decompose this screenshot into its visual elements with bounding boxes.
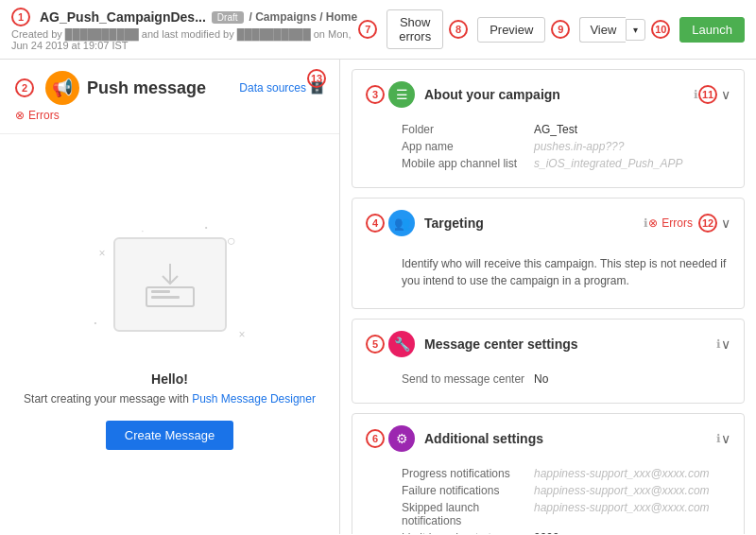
message-center-title: Message center settings (424, 337, 713, 352)
limit-launch-label: Limit launch rate to (402, 531, 534, 534)
data-sources-label: Data sources (239, 81, 306, 95)
app-name-value: pushes.in-app??? (534, 140, 624, 153)
page-title: AG_Push_CampaignDes... (40, 9, 206, 25)
message-center-chevron[interactable]: ∨ (721, 337, 730, 352)
header-actions: 7 Show errors 8 Preview 9 View ▾ 10 Laun… (358, 9, 745, 49)
folder-value: AG_Test (534, 123, 577, 136)
send-to-mc-row: Send to message center No (402, 372, 730, 386)
hello-text: Hello! (151, 371, 188, 387)
failure-notif-row: Failure notifications happiness-support_… (402, 484, 730, 497)
push-icon: 📢 (45, 71, 79, 105)
svg-rect-1 (151, 290, 170, 293)
targeting-body: Identify who will receive this campaign.… (352, 248, 744, 308)
view-split-button[interactable]: View ▾ (579, 17, 645, 43)
device-screen-container (113, 237, 227, 332)
annotation-11: 11 (698, 85, 717, 104)
annotation-4: 4 (366, 214, 385, 233)
push-designer-link[interactable]: Push Message Designer (192, 392, 316, 406)
additional-settings-title: Additional settings (424, 431, 713, 446)
additional-settings-header[interactable]: 6 ⚙ Additional settings ℹ ∨ (352, 414, 744, 463)
limit-launch-row: Limit launch rate to 9999 (402, 531, 730, 534)
left-panel: 2 📢 Push message Data sources 🗄️ ⊗ Error… (0, 60, 340, 534)
annotation-10: 10 (651, 20, 670, 39)
skipped-notif-value: happiness-support_xxx@xxxx.com (534, 501, 710, 527)
about-body: Folder AG_Test App name pushes.in-app???… (352, 119, 744, 187)
error-circle-icon: ⊗ (15, 109, 25, 122)
channel-row: Mobile app channel list s_iOS_integrated… (402, 157, 730, 170)
svg-rect-2 (151, 296, 180, 299)
targeting-error-icon: ⊗ (648, 216, 658, 230)
channel-label: Mobile app channel list (402, 157, 534, 170)
annotation-5: 5 (366, 335, 385, 354)
annotation-9: 9 (551, 20, 570, 39)
annotation-8: 8 (449, 20, 468, 39)
annotation-6: 6 (366, 429, 385, 448)
push-message-label: Push message (87, 78, 206, 98)
targeting-errors-label: Errors (662, 216, 693, 230)
decor-x-1: × (99, 247, 106, 260)
about-chevron[interactable]: ∨ (721, 87, 730, 102)
decor-dot-3: • (94, 319, 97, 327)
additional-settings-chevron[interactable]: ∨ (721, 431, 730, 446)
breadcrumb: / Campaigns / Home (249, 10, 358, 24)
annotation-7: 7 (358, 20, 377, 39)
create-message-button[interactable]: Create Message (106, 421, 233, 450)
progress-notif-value: happiness-support_xxx@xxxx.com (534, 467, 710, 480)
app-name-row: App name pushes.in-app??? (402, 140, 730, 153)
page-header: 1 AG_Push_CampaignDes... Draft / Campaig… (0, 0, 756, 60)
targeting-icon: 👥 (388, 210, 415, 236)
download-icon (142, 259, 198, 311)
annotation-2: 2 (15, 78, 34, 97)
app-name-label: App name (402, 140, 534, 153)
send-to-mc-label: Send to message center (402, 372, 534, 386)
send-to-mc-value: No (534, 372, 548, 386)
targeting-errors: ⊗ Errors (648, 216, 693, 230)
failure-notif-label: Failure notifications (402, 484, 534, 497)
message-center-body: Send to message center No (352, 369, 744, 403)
annotation-13: 13 (307, 69, 326, 88)
message-center-icon: 🔧 (388, 331, 415, 357)
skipped-notif-row: Skipped launch notifications happiness-s… (402, 501, 730, 527)
decor-circle-1: ○ (227, 233, 236, 250)
targeting-desc: Identify who will receive this campaign.… (402, 251, 730, 295)
main-layout: 2 📢 Push message Data sources 🗄️ ⊗ Error… (0, 60, 756, 534)
limit-launch-value: 9999 (534, 531, 559, 534)
left-panel-content: · ○ × × • • Hello! Start c (0, 134, 339, 534)
additional-settings-section: 6 ⚙ Additional settings ℹ ∨ Progress not… (352, 413, 745, 534)
message-center-section: 5 🔧 Message center settings ℹ ∨ Send to … (352, 319, 745, 404)
show-errors-button[interactable]: Show errors (387, 9, 443, 49)
additional-settings-body: Progress notifications happiness-support… (352, 463, 744, 534)
about-title: About your campaign (424, 87, 690, 102)
targeting-chevron[interactable]: ∨ (721, 216, 730, 231)
failure-notif-value: happiness-support_xxx@xxxx.com (534, 484, 710, 497)
device-illustration: · ○ × × • • (85, 218, 255, 360)
header-left: 1 AG_Push_CampaignDes... Draft / Campaig… (11, 8, 358, 51)
launch-button[interactable]: Launch (679, 17, 745, 43)
annotation-12: 12 (698, 214, 717, 233)
view-button-main[interactable]: View (579, 17, 626, 43)
message-center-header[interactable]: 5 🔧 Message center settings ℹ ∨ (352, 319, 744, 369)
preview-button[interactable]: Preview (477, 17, 545, 43)
annotation-3: 3 (366, 85, 385, 104)
additional-settings-icon: ⚙ (388, 425, 415, 452)
about-campaign-header[interactable]: 3 ☰ About your campaign ℹ 11 ∨ (352, 70, 744, 119)
right-panel: 3 ☰ About your campaign ℹ 11 ∨ Folder AG… (340, 60, 756, 534)
start-text: Start creating your message with Push Me… (24, 392, 316, 406)
errors-badge: ⊗ Errors (15, 109, 324, 122)
header-title-row: 1 AG_Push_CampaignDes... Draft / Campaig… (11, 8, 358, 26)
draft-badge: Draft (212, 11, 244, 24)
decor-x-2: × (238, 328, 245, 341)
annotation-1: 1 (11, 8, 30, 26)
skipped-notif-label: Skipped launch notifications (402, 501, 534, 527)
decor-dot-1: · (142, 226, 145, 236)
about-icon: ☰ (388, 81, 415, 108)
decor-dot-2: • (205, 223, 208, 232)
targeting-header[interactable]: 4 👥 Targeting ℹ ⊗ Errors 12 ∨ (352, 198, 744, 248)
header-subtitle: Created by ██████████ and last modified … (11, 28, 358, 51)
left-panel-header: 2 📢 Push message Data sources 🗄️ ⊗ Error… (0, 60, 339, 134)
targeting-title: Targeting (424, 216, 640, 231)
progress-notif-row: Progress notifications happiness-support… (402, 467, 730, 480)
about-campaign-section: 3 ☰ About your campaign ℹ 11 ∨ Folder AG… (352, 69, 745, 188)
errors-label: Errors (28, 109, 60, 122)
view-button-arrow[interactable]: ▾ (626, 19, 645, 41)
